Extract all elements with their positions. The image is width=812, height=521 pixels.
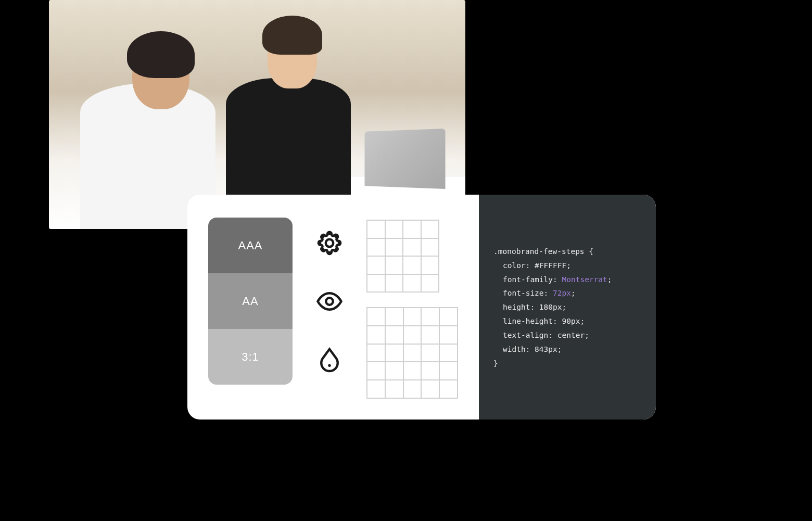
gear-icon [315, 229, 344, 257]
contrast-level-aa: AA [208, 273, 293, 329]
contrast-level-aaa: AAA [208, 218, 293, 273]
code-property: font-size: 72px; [493, 286, 641, 300]
design-system-card: AAA AA 3:1 [187, 195, 656, 420]
droplet-icon [315, 346, 344, 374]
laptop [365, 129, 446, 189]
contrast-stack: AAA AA 3:1 [208, 218, 293, 385]
contrast-level-ratio: 3:1 [208, 329, 293, 385]
large-grid-icon [366, 307, 458, 399]
code-property: font-family: Montserrat; [493, 273, 641, 287]
person-right [215, 10, 361, 208]
code-properties: color: #FFFFFF;font-family: Montserrat;f… [493, 259, 641, 357]
code-property: color: #FFFFFF; [493, 259, 641, 273]
svg-point-2 [328, 364, 331, 367]
code-property: line-height: 90px; [493, 314, 641, 328]
svg-point-1 [326, 298, 333, 305]
code-property: text-align: center; [493, 328, 641, 342]
code-property: height: 180px; [493, 300, 641, 314]
icon-column [315, 218, 344, 374]
code-selector: .monobrand-few-steps { [493, 245, 641, 259]
eye-icon [315, 287, 344, 315]
design-visuals: AAA AA 3:1 [187, 195, 479, 420]
code-panel: .monobrand-few-steps { color: #FFFFFF;fo… [479, 195, 656, 420]
code-close: } [493, 357, 641, 371]
grid-column [366, 218, 458, 399]
svg-point-0 [326, 239, 333, 247]
code-property: width: 843px; [493, 342, 641, 357]
small-grid-icon [366, 220, 439, 293]
